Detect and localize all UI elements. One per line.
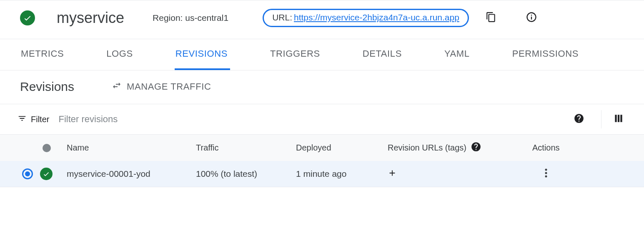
tab-revisions[interactable]: REVISIONS — [175, 39, 230, 70]
status-ok-icon — [20, 10, 35, 25]
col-deployed-header[interactable]: Deployed — [296, 143, 388, 153]
revisions-subheader: Revisions MANAGE TRAFFIC — [0, 70, 644, 104]
service-url-pill: URL: https://myservice-2hbjza4n7a-uc.a.r… — [263, 9, 469, 27]
svg-point-2 — [545, 175, 547, 177]
col-traffic-header[interactable]: Traffic — [196, 143, 296, 153]
col-tags-header: Revision URLs (tags) — [388, 141, 532, 154]
svg-point-0 — [545, 168, 547, 171]
help-icon — [574, 113, 584, 126]
swap-horiz-icon — [112, 80, 127, 93]
info-button[interactable] — [526, 11, 537, 25]
region-label: Region: us-central1 — [153, 13, 228, 23]
tab-details[interactable]: DETAILS — [362, 39, 404, 70]
filter-input[interactable] — [58, 114, 574, 125]
tab-logs[interactable]: LOGS — [105, 39, 135, 70]
copy-icon — [486, 11, 496, 25]
filter-label: Filter — [18, 114, 49, 125]
revisions-table-header: Name Traffic Deployed Revision URLs (tag… — [0, 134, 644, 161]
row-name: myservice-00001-yod — [67, 169, 196, 179]
filter-text: Filter — [31, 115, 49, 124]
filter-icon — [18, 114, 31, 125]
svg-point-1 — [545, 172, 547, 174]
revisions-title: Revisions — [20, 80, 74, 94]
filter-help-button[interactable] — [574, 113, 584, 126]
service-url-link[interactable]: https://myservice-2hbjza4n7a-uc.a.run.ap… — [294, 13, 459, 23]
tags-help-button[interactable] — [471, 141, 481, 154]
separator — [601, 110, 601, 128]
columns-button[interactable] — [613, 113, 624, 126]
manage-traffic-label: MANAGE TRAFFIC — [127, 81, 211, 92]
columns-icon — [613, 113, 624, 126]
row-actions-button[interactable] — [545, 168, 624, 180]
service-name: myservice — [57, 9, 124, 27]
filter-row: Filter — [0, 104, 644, 134]
url-prefix: URL: — [272, 13, 292, 23]
service-header: myservice Region: us-central1 URL: https… — [0, 0, 644, 39]
help-icon — [471, 141, 481, 154]
row-status-ok-icon — [40, 168, 53, 180]
info-icon — [526, 11, 537, 25]
row-deployed: 1 minute ago — [296, 169, 388, 179]
add-tag-button[interactable] — [388, 168, 397, 180]
col-actions-header: Actions — [532, 143, 624, 153]
col-status — [40, 144, 67, 152]
row-traffic: 100% (to latest) — [196, 169, 296, 179]
plus-icon — [388, 170, 397, 179]
copy-url-button[interactable] — [486, 11, 496, 25]
status-dot-icon — [43, 144, 51, 152]
tab-triggers[interactable]: TRIGGERS — [269, 39, 323, 70]
tabs-bar: METRICS LOGS REVISIONS TRIGGERS DETAILS … — [0, 39, 644, 70]
tab-metrics[interactable]: METRICS — [20, 39, 66, 70]
more-vert-icon — [545, 170, 547, 180]
tab-permissions[interactable]: PERMISSIONS — [511, 39, 581, 70]
col-tags-label: Revision URLs (tags) — [388, 143, 466, 153]
manage-traffic-button[interactable]: MANAGE TRAFFIC — [112, 80, 211, 93]
col-name-header[interactable]: Name — [67, 143, 196, 153]
row-radio[interactable] — [22, 168, 33, 179]
tab-yaml[interactable]: YAML — [444, 39, 472, 70]
table-row[interactable]: myservice-00001-yod 100% (to latest) 1 m… — [0, 161, 644, 187]
